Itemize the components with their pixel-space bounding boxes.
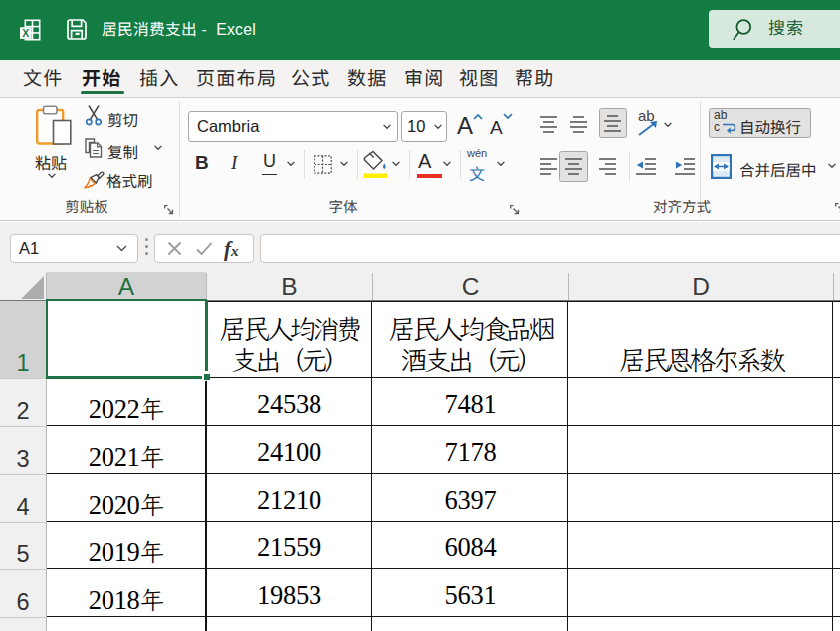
svg-text:X: X (22, 27, 29, 39)
